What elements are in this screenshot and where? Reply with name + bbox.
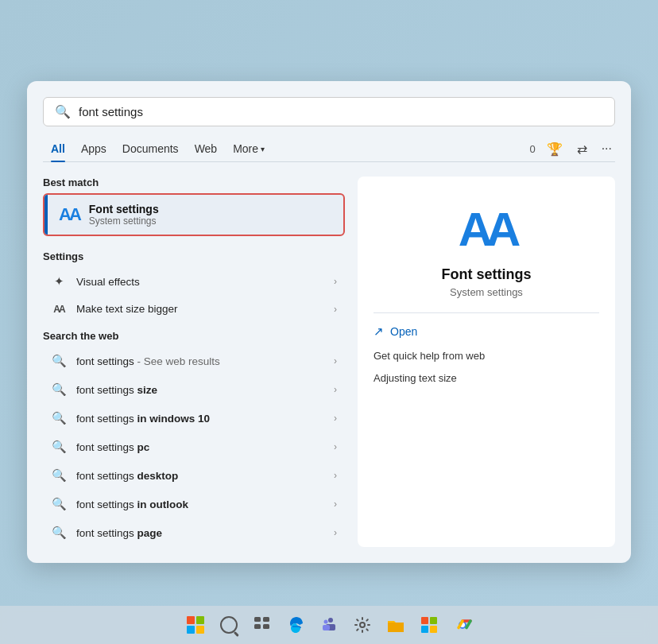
best-match-label: Best match (43, 177, 345, 188)
svg-rect-7 (323, 625, 330, 630)
taskbar-taskview-icon[interactable] (248, 611, 277, 639)
right-panel-divider (374, 312, 599, 313)
chevron-right-icon-2: › (334, 304, 337, 315)
taskbar-explorer-icon[interactable] (381, 611, 410, 639)
web-label-2: font settings size (76, 384, 334, 396)
taskbar-chrome-icon[interactable] (448, 611, 477, 639)
web-label-6: font settings in outlook (76, 499, 334, 510)
right-panel: AA Font settings System settings ↗ Open … (358, 177, 615, 547)
font-settings-icon: AA (59, 204, 79, 225)
tabs-bar: All Apps Documents Web More ▾ 0 🏆 ⇄ ··· (43, 139, 615, 162)
best-match-title: Font settings (89, 203, 159, 215)
taskbar-windows-icon[interactable] (181, 611, 210, 639)
chevron-right-icon: › (334, 276, 337, 287)
open-label: Open (390, 325, 417, 338)
open-link-icon: ↗ (374, 324, 384, 339)
web-result-2[interactable]: 🔍 font settings size › (43, 375, 345, 404)
search-panel: 🔍 All Apps Documents Web More ▾ 0 🏆 ⇄ ··… (27, 81, 631, 563)
svg-rect-1 (263, 617, 269, 622)
svg-point-8 (360, 623, 365, 627)
search-web-label: Search the web (43, 330, 345, 342)
search-web-icon-7: 🔍 (51, 526, 67, 540)
text-size-label: Make text size bigger (76, 303, 334, 315)
web-label-4: font settings pc (76, 441, 334, 453)
right-panel-title: Font settings (442, 266, 532, 283)
web-label-7: font settings page (76, 527, 334, 539)
svg-rect-10 (430, 617, 437, 624)
adjusting-text-link[interactable]: Adjusting text size (374, 370, 457, 386)
web-label-1: font settings - See web results (76, 355, 334, 367)
search-count-badge: 0 (529, 143, 535, 155)
search-web-icon-6: 🔍 (51, 497, 67, 511)
chevron-down-icon: ▾ (261, 145, 265, 153)
search-web-icon-1: 🔍 (51, 354, 67, 368)
tabs-right-actions: 0 🏆 ⇄ ··· (529, 140, 615, 158)
best-match-item[interactable]: AA Font settings System settings (43, 193, 345, 236)
svg-rect-0 (254, 617, 261, 622)
more-options-icon[interactable]: ··· (598, 140, 615, 157)
tab-more[interactable]: More ▾ (225, 139, 273, 158)
web-result-1[interactable]: 🔍 font settings - See web results › (43, 347, 345, 375)
search-icon: 🔍 (55, 104, 71, 119)
search-web-icon-5: 🔍 (51, 468, 67, 483)
chevron-right-web-2: › (334, 384, 337, 395)
tab-web[interactable]: Web (187, 139, 226, 158)
tab-documents[interactable]: Documents (114, 139, 187, 158)
web-label-5: font settings desktop (76, 470, 334, 482)
taskbar-edge-icon[interactable] (281, 611, 310, 639)
web-result-3[interactable]: 🔍 font settings in windows 10 › (43, 404, 345, 433)
search-bar[interactable]: 🔍 (43, 97, 615, 126)
best-match-text: Font settings System settings (89, 203, 159, 227)
tab-all[interactable]: All (43, 139, 73, 158)
chevron-right-web-5: › (334, 470, 337, 481)
left-panel: Best match AA Font settings System setti… (43, 177, 345, 547)
right-panel-font-icon: AA (459, 202, 515, 257)
open-button[interactable]: ↗ Open (374, 324, 417, 339)
svg-rect-9 (421, 617, 428, 624)
trophy-icon[interactable]: 🏆 (544, 140, 566, 158)
quick-help-link[interactable]: Get quick help from web (374, 348, 485, 363)
web-label-3: font settings in windows 10 (76, 413, 334, 425)
chevron-right-web-3: › (334, 413, 337, 424)
chevron-right-web-6: › (334, 499, 337, 510)
taskbar-settings-icon[interactable] (348, 611, 377, 639)
text-size-icon: AA (51, 304, 67, 315)
search-web-icon-2: 🔍 (51, 382, 67, 397)
desktop: 🔍 All Apps Documents Web More ▾ 0 🏆 ⇄ ··… (0, 0, 658, 644)
right-panel-subtitle: System settings (450, 286, 523, 298)
web-result-4[interactable]: 🔍 font settings pc › (43, 433, 345, 461)
svg-rect-11 (421, 626, 428, 633)
settings-section-label: Settings (43, 250, 345, 262)
svg-point-4 (328, 618, 333, 623)
svg-rect-12 (430, 626, 437, 633)
blue-accent-bar (45, 195, 48, 235)
search-web-icon-3: 🔍 (51, 411, 67, 425)
taskbar (0, 606, 658, 644)
visual-effects-label: Visual effects (76, 276, 334, 288)
chevron-right-web-7: › (334, 527, 337, 538)
web-result-6[interactable]: 🔍 font settings in outlook › (43, 490, 345, 518)
taskbar-store-icon[interactable] (415, 611, 443, 639)
best-match-subtitle: System settings (89, 215, 159, 227)
search-input[interactable] (79, 105, 603, 118)
chevron-right-web-1: › (334, 355, 337, 367)
svg-rect-2 (254, 624, 261, 629)
search-web-icon-4: 🔍 (51, 440, 67, 454)
svg-rect-3 (263, 624, 269, 629)
taskbar-teams-icon[interactable] (315, 611, 343, 639)
content-area: Best match AA Font settings System setti… (43, 177, 615, 547)
web-result-7[interactable]: 🔍 font settings page › (43, 518, 345, 547)
settings-text-size[interactable]: AA Make text size bigger › (43, 296, 345, 322)
visual-effects-icon: ✦ (51, 274, 67, 289)
svg-point-6 (324, 620, 328, 624)
share-icon[interactable]: ⇄ (574, 140, 590, 158)
taskbar-search-icon[interactable] (215, 611, 243, 639)
tab-apps[interactable]: Apps (73, 139, 114, 158)
chevron-right-web-4: › (334, 441, 337, 452)
web-result-5[interactable]: 🔍 font settings desktop › (43, 461, 345, 490)
settings-visual-effects[interactable]: ✦ Visual effects › (43, 267, 345, 296)
